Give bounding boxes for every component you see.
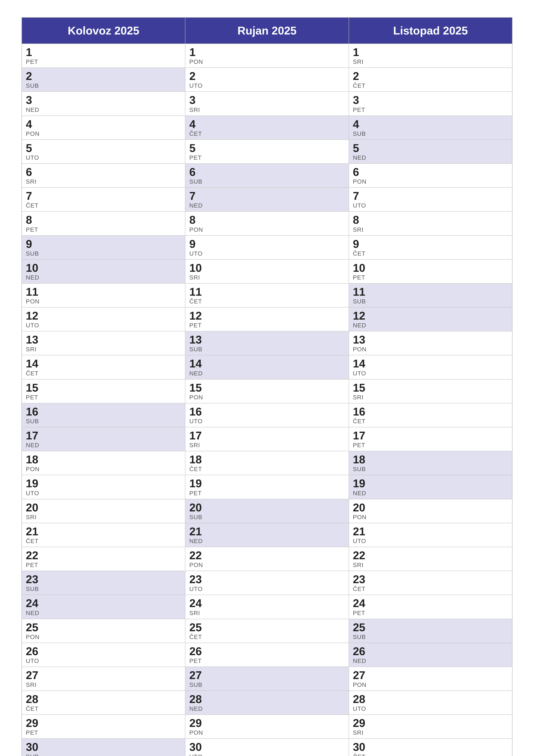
day-cell: 5 PET [185,140,349,164]
day-cell: 24 SRI [185,595,349,619]
day-cell: 3 SRI [185,92,349,116]
day-number: 27 [353,669,508,682]
day-number: 20 [26,501,181,514]
day-cell: 14 NED [185,355,349,379]
day-cell: 24 NED [22,595,185,619]
day-cell: 15 PON [185,379,349,403]
day-number: 19 [353,477,508,490]
day-number: 11 [26,286,181,298]
day-cell: 7 ČET [22,187,185,211]
day-number: 26 [189,645,344,658]
day-number: 19 [26,477,181,490]
month-header-2: Listopad 2025 [349,17,512,44]
day-cell: 29 SRI [349,715,512,739]
day-number: 20 [353,501,508,514]
month-header-1: Rujan 2025 [185,17,349,44]
day-name: SRI [26,346,181,353]
day-name: ČET [189,634,344,640]
day-name: SUB [189,514,344,521]
calendar-grid: Kolovoz 2025Rujan 2025Listopad 2025 1 PE… [21,17,513,756]
day-name: UTO [26,154,181,161]
day-cell: 4 SUB [349,116,512,140]
day-cell: 12 UTO [22,307,185,331]
day-cell: 22 PON [185,547,349,571]
day-number: 6 [353,166,508,178]
day-name: UTO [26,490,181,497]
day-name: SUB [26,418,181,425]
day-number: 23 [26,573,181,585]
day-number: 8 [353,214,508,226]
day-cell: 28 UTO [349,691,512,715]
page: Kolovoz 2025Rujan 2025Listopad 2025 1 PE… [0,0,534,756]
day-cell: 4 PON [22,116,185,140]
day-cell: 21 UTO [349,523,512,547]
day-name: NED [26,274,181,281]
day-number: 27 [189,669,344,682]
day-cell: 25 PON [22,619,185,643]
day-name: PET [353,610,508,617]
day-number: 12 [189,310,344,322]
day-number: 30 [189,741,344,753]
day-cell: 17 NED [22,427,185,451]
day-cell: 27 PON [349,667,512,691]
day-number: 23 [353,573,508,585]
day-cell: 2 UTO [185,68,349,92]
day-number: 7 [26,190,181,202]
day-name: ČET [353,250,508,257]
day-name: PET [353,442,508,449]
day-name: PET [26,562,181,569]
day-number: 21 [353,526,508,538]
day-number: 2 [189,70,344,82]
day-number: 11 [189,286,344,298]
day-number: 12 [353,310,508,322]
day-cell: 11 PON [22,284,185,307]
day-cell: 22 PET [22,547,185,571]
day-name: PON [26,130,181,137]
day-cell: 8 SRI [349,211,512,235]
day-cell: 6 SRI [22,164,185,187]
day-cell: 16 SUB [22,403,185,427]
day-name: NED [353,322,508,329]
day-number: 16 [189,406,344,418]
day-cell: 19 NED [349,475,512,499]
day-name: PON [353,682,508,688]
day-name: PET [353,274,508,281]
day-cell: 30 UTO [185,739,349,756]
day-name: NED [26,106,181,113]
day-cell: 2 SUB [22,68,185,92]
day-number: 29 [353,717,508,729]
day-cell: 6 PON [349,164,512,187]
day-name: UTO [353,538,508,545]
day-name: PON [189,58,344,65]
day-cell: 6 SUB [185,164,349,187]
day-cell: 7 UTO [349,187,512,211]
day-number: 24 [189,597,344,609]
day-number: 4 [26,118,181,130]
day-cell: 19 UTO [22,475,185,499]
day-number: 15 [189,382,344,394]
day-number: 29 [26,717,181,729]
day-number: 10 [26,262,181,274]
day-cell: 9 SUB [22,235,185,259]
day-name: SUB [189,346,344,353]
day-cell: 28 ČET [22,691,185,715]
day-cell: 11 SUB [349,284,512,307]
day-name: SUB [353,130,508,137]
day-name: SRI [353,729,508,736]
day-number: 18 [26,453,181,466]
day-number: 6 [26,166,181,178]
day-cell: 12 PET [185,307,349,331]
day-cell: 13 SRI [22,331,185,355]
day-name: SRI [189,106,344,113]
month-header-0: Kolovoz 2025 [22,17,185,44]
day-name: ČET [353,753,508,756]
day-cell: 14 UTO [349,355,512,379]
day-name: PON [26,466,181,472]
day-number: 7 [189,190,344,202]
day-number: 1 [26,46,181,58]
day-name: PON [189,226,344,233]
day-cell: 25 SUB [349,619,512,643]
day-cell: 10 SRI [185,259,349,284]
day-cell: 2 ČET [349,68,512,92]
day-number: 2 [26,70,181,82]
